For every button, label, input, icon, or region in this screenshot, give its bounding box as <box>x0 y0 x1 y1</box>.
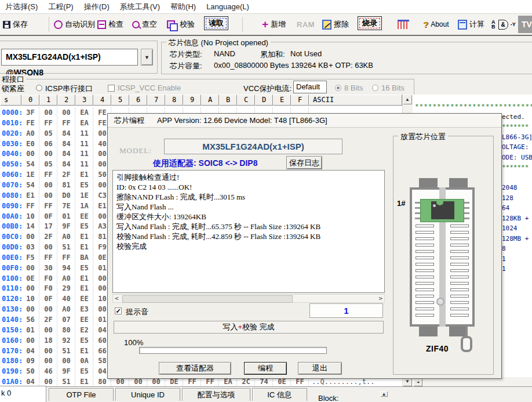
chip-combobox-dropdown-button[interactable]: ▼ <box>141 49 153 66</box>
hex-byte[interactable]: 51 <box>57 347 75 355</box>
hex-byte[interactable]: 09 <box>21 357 39 365</box>
hex-byte[interactable]: E5 <box>75 181 93 189</box>
hex-byte[interactable]: 2C <box>237 378 255 386</box>
hex-byte[interactable]: 0E <box>21 274 39 283</box>
menu-operation[interactable]: 操作(D) <box>79 2 115 12</box>
hex-byte[interactable]: 54 <box>21 181 39 189</box>
read-button[interactable]: 读取 <box>204 16 228 30</box>
scrollbar-thumb[interactable] <box>122 295 293 303</box>
hex-byte[interactable]: 14 <box>21 222 39 230</box>
hex-byte[interactable]: 30 <box>39 264 57 272</box>
hex-byte[interactable]: F5 <box>21 253 39 262</box>
menu-help[interactable]: 帮助(H) <box>165 2 201 12</box>
verify-button[interactable]: 校验 <box>167 17 195 31</box>
tab-otp-file[interactable]: OTP File <box>49 388 114 401</box>
hex-byte[interactable]: E1 <box>75 347 93 355</box>
icsp-vcc-checkbox[interactable] <box>108 85 115 92</box>
hex-byte[interactable]: 00 <box>21 264 39 272</box>
save-log-button[interactable]: 保存日志 <box>286 156 322 169</box>
hex-byte[interactable]: 05 <box>39 129 57 137</box>
hex-byte[interactable]: 11 <box>75 140 93 148</box>
hex-byte[interactable]: E5 <box>75 222 93 230</box>
hex-byte[interactable]: 00 <box>39 181 57 189</box>
hex-byte[interactable]: EA <box>219 378 237 386</box>
new-button[interactable]: + 新增 <box>262 17 286 31</box>
hex-byte[interactable]: 00 <box>39 357 57 365</box>
hex-byte[interactable]: 18 <box>39 336 57 345</box>
hex-byte[interactable]: 11 <box>75 129 93 137</box>
beep-checkbox[interactable]: ✓ <box>115 307 122 314</box>
hex-byte[interactable]: E1 <box>75 378 93 386</box>
hex-byte[interactable]: 00 <box>39 347 57 355</box>
hex-byte[interactable]: 00 <box>147 378 165 386</box>
hex-byte[interactable]: 00 <box>21 233 39 241</box>
log-horizontal-scrollbar[interactable]: < > <box>112 294 385 303</box>
hex-byte[interactable]: 29 <box>57 284 75 292</box>
hex-byte[interactable]: 1A <box>75 202 93 210</box>
hex-byte[interactable]: EA <box>75 108 93 117</box>
hex-byte[interactable]: D0 <box>57 191 75 200</box>
hex-byte[interactable]: 51 <box>57 243 75 251</box>
ram-button[interactable]: RAM <box>297 17 315 31</box>
hex-byte[interactable]: 11 <box>75 150 93 158</box>
hex-byte[interactable]: 56 <box>21 316 39 324</box>
hex-byte[interactable]: 01 <box>21 326 39 334</box>
hex-byte[interactable]: E1 <box>75 243 93 251</box>
bits8-radio[interactable] <box>335 85 341 91</box>
hex-byte[interactable]: E1 <box>75 274 93 283</box>
hex-byte[interactable]: 40 <box>57 295 75 303</box>
hex-byte[interactable]: 94 <box>57 264 75 272</box>
hex-byte[interactable]: 80 <box>57 326 75 334</box>
tv-button[interactable]: TV <box>518 16 532 33</box>
hex-byte[interactable]: E5 <box>75 264 93 272</box>
burn-button[interactable]: 烧录 <box>358 16 382 30</box>
hex-byte[interactable]: E5 <box>75 367 93 375</box>
scroll-left-arrow[interactable]: < <box>115 295 119 302</box>
hex-byte[interactable]: 81 <box>57 181 75 189</box>
hex-byte[interactable]: 0E <box>273 378 291 386</box>
logic-tool-button[interactable]: AB & -Y <box>491 17 516 31</box>
hex-byte[interactable]: 00 <box>39 305 57 313</box>
hex-byte[interactable]: FF <box>57 119 75 127</box>
bits16-radio[interactable] <box>372 85 378 91</box>
blank-check-button[interactable]: 查空 <box>132 17 157 31</box>
hex-byte[interactable]: FF <box>39 171 57 179</box>
save-button[interactable]: 保存 <box>3 17 28 31</box>
hex-byte[interactable]: FE <box>21 119 39 127</box>
hex-byte[interactable]: EE <box>75 295 93 303</box>
hex-byte[interactable]: 06 <box>39 140 57 148</box>
hex-byte[interactable]: 80 <box>93 378 111 386</box>
hex-byte[interactable]: 00 <box>111 378 129 386</box>
block-spin-up[interactable]: ▲ <box>380 391 388 397</box>
hex-byte[interactable]: 00 <box>39 108 57 117</box>
hex-byte[interactable]: 1E <box>21 171 39 179</box>
hex-byte[interactable]: 7E <box>57 202 75 210</box>
hex-byte[interactable]: 00 <box>39 326 57 334</box>
hex-byte[interactable]: 00 <box>21 284 39 292</box>
tab-block0[interactable]: k 0 <box>0 386 46 402</box>
hex-byte[interactable]: 10 <box>21 295 39 303</box>
vcc-current-select[interactable]: Default ▼ <box>293 81 327 93</box>
hex-byte[interactable]: 2F <box>39 316 57 324</box>
hex-byte[interactable]: 00 <box>39 243 57 251</box>
hex-byte[interactable]: E2 <box>75 326 93 334</box>
tab-ic-info[interactable]: IC 信息 <box>252 388 307 401</box>
hex-byte[interactable]: 2F <box>39 233 57 241</box>
hex-byte[interactable]: 2F <box>57 171 75 179</box>
program-button[interactable]: 编程 <box>244 362 287 375</box>
hex-byte[interactable]: 51 <box>57 378 75 386</box>
hex-byte[interactable]: 04 <box>21 378 39 386</box>
dialog-title-bar[interactable]: 芯片编程 APP Version: 12.66 Device Model: T4… <box>108 114 501 128</box>
hex-byte[interactable]: EA <box>75 119 93 127</box>
hex-byte[interactable]: EE <box>75 212 93 220</box>
hex-byte[interactable]: FF <box>39 253 57 262</box>
hex-byte[interactable]: 00 <box>129 378 147 386</box>
hex-byte[interactable]: 03 <box>21 243 39 251</box>
hex-byte[interactable]: BA <box>75 253 93 262</box>
hex-byte[interactable]: 84 <box>57 150 75 158</box>
tab-unique-id[interactable]: Unique ID <box>115 388 180 401</box>
hex-byte[interactable]: E3 <box>75 305 93 313</box>
hex-byte[interactable]: 00 <box>39 150 57 158</box>
hex-byte[interactable]: E0 <box>21 140 39 148</box>
hex-byte[interactable]: 84 <box>57 140 75 148</box>
